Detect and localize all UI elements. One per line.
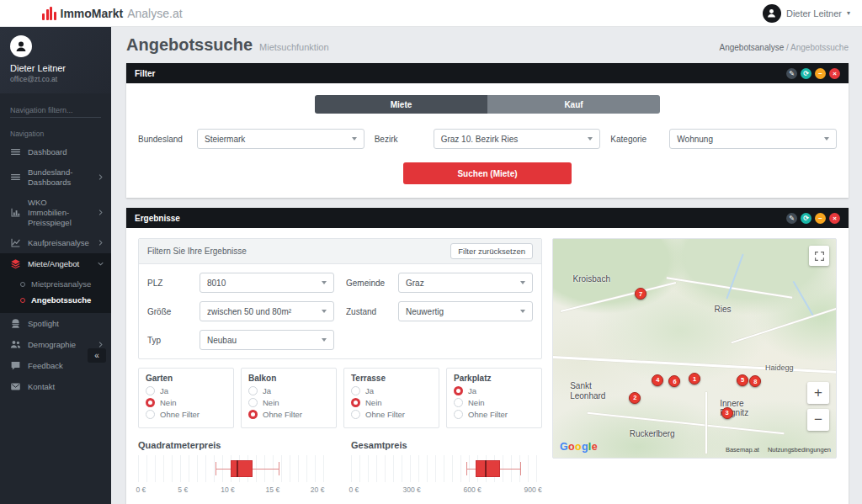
map-place-label: Haidegg: [765, 363, 794, 372]
sidebar-item-kontakt[interactable]: Kontakt: [0, 376, 111, 397]
sidebar-avatar[interactable]: [10, 35, 32, 57]
results-map[interactable]: + − Google Basemap.atNutzungsbedingungen…: [552, 238, 837, 459]
person-icon: [766, 8, 777, 19]
panel-refresh-button[interactable]: ⟳: [801, 213, 811, 224]
sidebar-subitem-mietpreisanalyse[interactable]: Mietpreisanalyse: [0, 276, 111, 292]
tab-kauf[interactable]: Kauf: [487, 95, 660, 114]
filter-reset-button[interactable]: Filter zurücksetzen: [450, 243, 533, 259]
radio-option-ja[interactable]: Ja: [351, 386, 432, 395]
boxplot-box: [476, 460, 500, 477]
radio-option-ohne-filter[interactable]: Ohne Filter: [248, 410, 329, 419]
groesse-select[interactable]: zwischen 50 und 80m²: [200, 301, 334, 321]
chevron-down-icon: [322, 281, 327, 284]
panel-refresh-button[interactable]: ⟳: [801, 68, 811, 79]
axis-tick-label: 10 €: [221, 485, 235, 494]
chevron-down-icon: ▾: [847, 9, 850, 17]
panel-collapse-button[interactable]: −: [815, 213, 826, 224]
breadcrumb-current: Angebotssuche: [790, 43, 849, 52]
sidebar-item-kaufpreisanalyse[interactable]: Kaufpreisanalyse: [0, 232, 111, 253]
results-panel-title: Ergebnisse: [135, 214, 180, 223]
sidebar-collapse-button[interactable]: «: [88, 348, 106, 363]
zustand-select[interactable]: Neuwertig: [398, 301, 533, 321]
radio-group-title: Balkon: [248, 374, 329, 383]
panel-edit-button[interactable]: ✎: [786, 68, 797, 79]
map-attribution-link[interactable]: Basemap.at: [726, 446, 759, 454]
chevron-right-icon: [97, 239, 104, 247]
chevron-down-icon: [824, 137, 829, 141]
radio-option-ja[interactable]: Ja: [146, 386, 226, 395]
panel-close-button[interactable]: ×: [829, 213, 840, 224]
radio-option-ohne-filter[interactable]: Ohne Filter: [454, 410, 535, 419]
brand-logo[interactable]: ImmoMarktAnalyse.at: [42, 7, 183, 20]
sidebar-item-bundesland-dashboards[interactable]: Bundesland-Dashboards: [0, 162, 111, 193]
panel-edit-button[interactable]: ✎: [786, 213, 797, 224]
boxplot-whisker-cap: [216, 462, 216, 475]
radio-option-nein[interactable]: Nein: [351, 398, 432, 407]
sidebar-item-miete-angebot[interactable]: Miete/Angebot: [0, 253, 111, 274]
map-marker-3[interactable]: 3: [721, 407, 733, 419]
radio-option-ja[interactable]: Ja: [454, 386, 535, 395]
filter-panel-title: Filter: [135, 69, 155, 78]
radio-option-ohne-filter[interactable]: Ohne Filter: [351, 410, 432, 419]
search-button[interactable]: Suchen (Miete): [403, 162, 572, 184]
map-marker-4[interactable]: 4: [652, 374, 663, 386]
radio-group-title: Parkplatz: [454, 374, 535, 383]
navigation-filter-input[interactable]: [10, 103, 101, 118]
groesse-label: Größe: [147, 307, 193, 316]
sidebar-item-wko-immobilien-preisspiegel[interactable]: WKO Immobilien-Preisspiegel: [0, 193, 111, 233]
plz-label: PLZ: [147, 279, 193, 288]
radio-icon: [146, 398, 155, 407]
radio-option-ja[interactable]: Ja: [248, 386, 329, 395]
sidebar-subitem-angebotssuche[interactable]: Angebotssuche: [0, 292, 111, 308]
google-logo[interactable]: Google: [560, 441, 598, 453]
sidebar-item-spotlight[interactable]: Spotlight: [0, 313, 111, 334]
radio-icon: [454, 410, 463, 419]
boxplot-whisker-cap: [279, 462, 279, 475]
kategorie-label: Kategorie: [610, 135, 662, 144]
map-marker-2[interactable]: 2: [629, 392, 641, 404]
user-menu[interactable]: Dieter Leitner ▾: [763, 4, 850, 23]
radio-option-nein[interactable]: Nein: [248, 398, 329, 407]
map-marker-1[interactable]: 1: [689, 373, 700, 385]
map-marker-7[interactable]: 7: [635, 288, 646, 300]
panel-collapse-button[interactable]: −: [815, 68, 826, 79]
panel-close-button[interactable]: ×: [829, 68, 840, 79]
typ-select[interactable]: Neubau: [200, 330, 334, 350]
kategorie-select[interactable]: Wohnung: [669, 129, 837, 149]
gesamtpreis-boxplot: Gesamtpreis 0 €300 €600 €900 €: [351, 440, 542, 496]
gemeinde-select[interactable]: Graz: [398, 273, 533, 293]
axis-tick-label: 600 €: [463, 485, 481, 494]
map-zoom-in-button[interactable]: +: [807, 382, 829, 404]
map-zoom-out-button[interactable]: −: [807, 409, 829, 431]
brand-bars-icon: [42, 7, 56, 20]
plz-select[interactable]: 8010: [200, 273, 334, 293]
bullet-icon: [20, 282, 25, 287]
axis-tick-label: 0 €: [349, 485, 359, 494]
radio-icon: [351, 398, 360, 407]
map-attribution-link[interactable]: Nutzungsbedingungen: [768, 446, 831, 454]
radio-icon: [454, 398, 463, 407]
radio-option-label: Nein: [365, 398, 382, 407]
radio-option-nein[interactable]: Nein: [454, 398, 535, 407]
chevron-right-icon: [97, 173, 104, 181]
breadcrumb-parent[interactable]: Angebotsanalyse: [720, 43, 785, 52]
navigation-section-label: Navigation: [0, 121, 111, 141]
radio-option-nein[interactable]: Nein: [146, 398, 226, 407]
breadcrumb: Angebotsanalyse / Angebotssuche: [720, 43, 849, 52]
bundesland-select[interactable]: Steiermark: [197, 129, 364, 149]
radio-option-ohne-filter[interactable]: Ohne Filter: [146, 410, 226, 419]
mail-icon: [10, 381, 21, 392]
map-fullscreen-button[interactable]: [809, 246, 829, 266]
sidebar-item-dashboard[interactable]: Dashboard: [0, 141, 111, 162]
zustand-label: Zustand: [346, 307, 391, 316]
map-marker-5[interactable]: 5: [737, 374, 748, 386]
bullet-icon: [20, 298, 25, 303]
filter-panel-controls: ✎⟳−×: [786, 68, 840, 79]
tab-miete[interactable]: Miete: [315, 95, 487, 114]
bezirk-select[interactable]: Graz 10. Bezirk Ries: [434, 129, 601, 149]
sidebar-item-label: Kontakt: [28, 382, 104, 392]
map-marker-8[interactable]: 8: [749, 375, 761, 387]
map-marker-6[interactable]: 6: [668, 375, 680, 387]
sidebar-submenu: MietpreisanalyseAngebotssuche: [0, 274, 111, 313]
radio-icon: [146, 410, 155, 419]
